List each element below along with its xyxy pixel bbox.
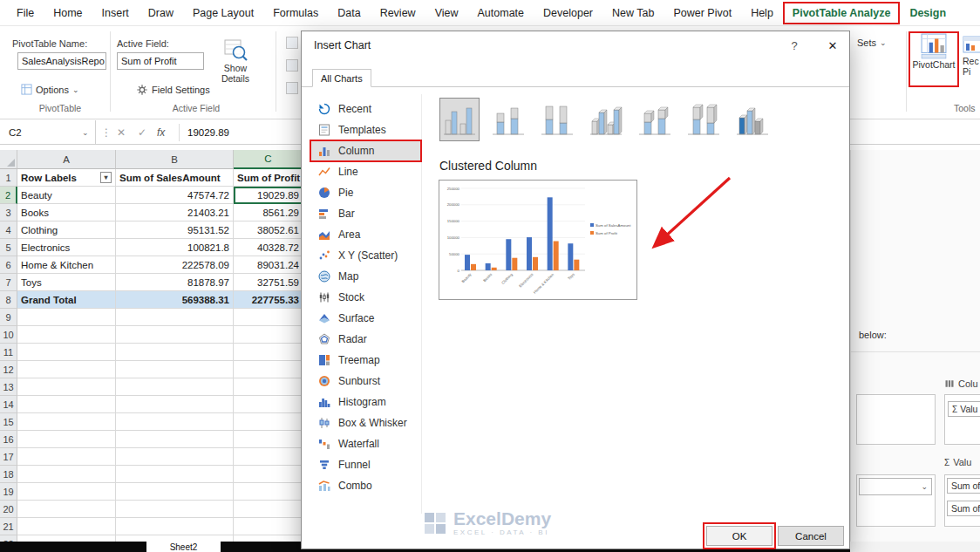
ribbon-tab-file[interactable]: File (7, 2, 44, 24)
chart-category-funnel[interactable]: Funnel (310, 454, 421, 475)
chart-category-combo[interactable]: Combo (310, 475, 421, 496)
cell-A1[interactable]: Row Labels▾ (17, 169, 116, 187)
cell-C18[interactable] (234, 466, 303, 483)
ribbon-tab-design[interactable]: Design (900, 2, 956, 24)
subtype-clustered-column[interactable] (439, 98, 480, 141)
cell-B12[interactable] (116, 361, 234, 378)
values-area-item-1[interactable]: Sum of (947, 478, 980, 494)
cell-C21[interactable] (234, 518, 303, 535)
columns-area-item-values[interactable]: Σ Valu (948, 401, 980, 417)
cell-B15[interactable] (116, 413, 234, 431)
field-settings-button[interactable]: Field Settings (136, 84, 210, 96)
chart-category-box-whisker[interactable]: Box & Whisker (310, 412, 421, 433)
chart-category-surface[interactable]: Surface (310, 308, 421, 329)
cell-A19[interactable] (17, 483, 116, 501)
cell-C19[interactable] (234, 483, 303, 501)
chart-category-column[interactable]: Column (310, 140, 421, 161)
cell-B3[interactable]: 21403.21 (116, 204, 234, 221)
row-header-6[interactable]: 6 (0, 256, 17, 274)
cancel-entry-icon[interactable]: ✕ (117, 120, 126, 144)
formula-bar-value[interactable]: 19029.89 (187, 120, 229, 144)
cell-C22[interactable] (234, 535, 303, 542)
ribbon-tab-data[interactable]: Data (328, 2, 370, 24)
cell-B6[interactable]: 222578.09 (116, 256, 234, 274)
subtype-3-d-clustered-column[interactable] (586, 98, 626, 141)
cell-A15[interactable] (17, 413, 116, 431)
cell-A20[interactable] (17, 501, 116, 518)
subtype-stacked-column[interactable] (488, 98, 528, 141)
pivotchart-button[interactable]: PivotChart (910, 33, 957, 85)
filters-area-box[interactable] (856, 394, 936, 445)
chart-category-stock[interactable]: Stock (310, 287, 421, 308)
chart-category-templates[interactable]: Templates (310, 119, 421, 140)
cell-B16[interactable] (116, 431, 234, 448)
row-header-8[interactable]: 8 (0, 291, 17, 309)
chart-category-sunburst[interactable]: Sunburst (310, 371, 421, 392)
row-header-7[interactable]: 7 (0, 274, 17, 291)
cell-A4[interactable]: Clothing (17, 221, 116, 239)
row-header-16[interactable]: 16 (0, 431, 17, 448)
subtype-3-d-column[interactable] (732, 98, 772, 141)
cell-C3[interactable]: 8561.29 (234, 204, 303, 221)
row-header-4[interactable]: 4 (0, 221, 17, 239)
column-header-a[interactable]: A (17, 150, 116, 169)
cell-C1[interactable]: Sum of Profit (234, 169, 303, 187)
sets-button[interactable]: Sets ⌄ (857, 37, 887, 48)
row-header-13[interactable]: 13 (0, 378, 17, 396)
cell-B11[interactable] (116, 344, 234, 361)
select-all-corner[interactable] (0, 150, 17, 169)
cell-C16[interactable] (234, 431, 303, 448)
cell-B21[interactable] (116, 518, 234, 535)
cell-A17[interactable] (17, 448, 116, 466)
chart-category-histogram[interactable]: Histogram (310, 392, 421, 412)
active-field-input[interactable]: Sum of Profit (117, 52, 204, 70)
cell-B18[interactable] (116, 466, 234, 483)
cell-B10[interactable] (116, 326, 234, 344)
chart-category-area[interactable]: Area (310, 224, 421, 245)
ribbon-tab-draw[interactable]: Draw (139, 2, 183, 24)
cell-C17[interactable] (234, 448, 303, 466)
cell-C11[interactable] (234, 344, 303, 361)
cell-A12[interactable] (17, 361, 116, 378)
cell-C14[interactable] (234, 396, 303, 413)
row-header-17[interactable]: 17 (0, 448, 17, 466)
column-header-b[interactable]: B (116, 150, 234, 169)
ribbon-tab-pivottable-analyze[interactable]: PivotTable Analyze (783, 2, 901, 24)
cell-A7[interactable]: Toys (17, 274, 116, 291)
chart-category-waterfall[interactable]: Waterfall (310, 433, 421, 454)
cell-A8[interactable]: Grand Total (17, 291, 116, 309)
ribbon-tab-home[interactable]: Home (44, 2, 92, 24)
options-button[interactable]: Options ⌄ (21, 84, 78, 95)
cell-C10[interactable] (234, 326, 303, 344)
cell-C15[interactable] (234, 413, 303, 431)
cell-B14[interactable] (116, 396, 234, 413)
ribbon-tab-view[interactable]: View (425, 2, 468, 24)
cell-A21[interactable] (17, 518, 116, 535)
chart-category-map[interactable]: Map (310, 266, 421, 287)
cell-B13[interactable] (116, 378, 234, 396)
pivottable-name-input[interactable]: SalesAnalysisRepo (17, 52, 106, 70)
column-header-c[interactable]: C (234, 150, 303, 169)
row-header-2[interactable]: 2 (0, 187, 17, 204)
cell-C8[interactable]: 227755.33 (234, 291, 303, 309)
cell-B9[interactable] (116, 309, 234, 326)
cell-C13[interactable] (234, 378, 303, 396)
row-header-15[interactable]: 15 (0, 413, 17, 431)
dialog-help-icon[interactable]: ? (783, 36, 806, 55)
cell-A3[interactable]: Books (17, 204, 116, 221)
show-details-button[interactable]: Show Details (213, 37, 258, 84)
tab-all-charts[interactable]: All Charts (312, 69, 371, 87)
chart-category-recent[interactable]: Recent (310, 99, 421, 119)
name-box-chevron-icon[interactable]: ⌄ (82, 128, 89, 137)
cell-C5[interactable]: 40328.72 (234, 239, 303, 256)
cell-A18[interactable] (17, 466, 116, 483)
ribbon-tab-review[interactable]: Review (371, 2, 425, 24)
row-header-21[interactable]: 21 (0, 518, 17, 535)
chart-category-treemap[interactable]: Treemap (310, 350, 421, 371)
cell-C4[interactable]: 38052.61 (234, 221, 303, 239)
cell-C6[interactable]: 89031.24 (234, 256, 303, 274)
cell-B19[interactable] (116, 483, 234, 501)
sheet-tab-sheet2[interactable]: Sheet2 (146, 542, 221, 552)
cell-C2[interactable]: 19029.89 (234, 187, 303, 204)
chart-category-radar[interactable]: Radar (310, 329, 421, 350)
